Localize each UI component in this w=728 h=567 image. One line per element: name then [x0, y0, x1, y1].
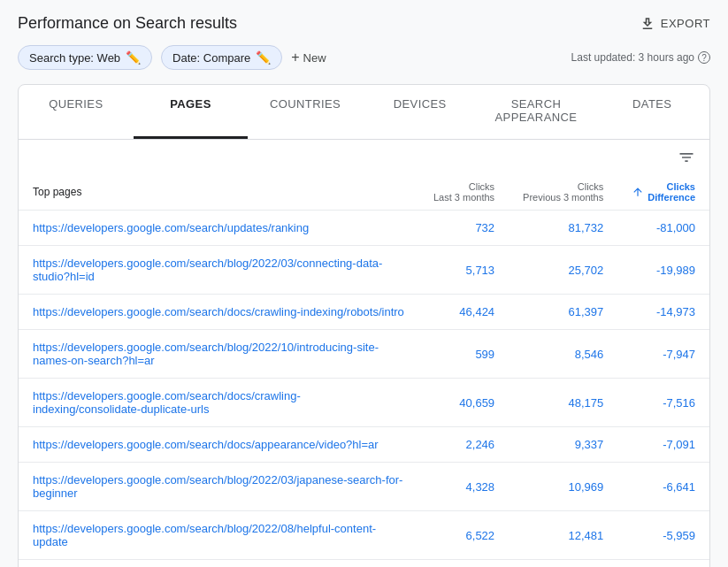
search-type-label: Search type: Web — [29, 51, 120, 65]
col-clicks-last: Clicks Last 3 months — [419, 174, 509, 211]
clicks-prev-cell: 8,546 — [509, 330, 617, 379]
table-row: https://developers.google.com/search/doc… — [19, 379, 709, 427]
url-link[interactable]: https://developers.google.com/search/blo… — [33, 473, 402, 500]
url-link[interactable]: https://developers.google.com/search/doc… — [33, 438, 379, 451]
table-row: https://developers.google.com/search/blo… — [19, 511, 709, 560]
clicks-diff-cell: -19,989 — [617, 246, 709, 295]
clicks-last-cell: 599 — [419, 330, 509, 379]
clicks-diff-cell: -6,641 — [617, 463, 709, 511]
url-link[interactable]: https://developers.google.com/search/doc… — [33, 389, 301, 416]
export-label: EXPORT — [661, 17, 710, 30]
date-edit-icon: ✏️ — [256, 50, 271, 65]
clicks-prev-cell: 81,732 — [509, 211, 617, 246]
table-filter-button[interactable] — [678, 149, 695, 171]
date-filter[interactable]: Date: Compare ✏️ — [161, 45, 282, 70]
tab-queries[interactable]: QUERIES — [19, 85, 134, 139]
tab-dates[interactable]: DATES — [594, 85, 709, 139]
url-link[interactable]: https://developers.google.com/search/upd… — [33, 221, 309, 234]
new-filter-button[interactable]: + New — [291, 50, 326, 65]
url-cell: https://developers.google.com/search/blo… — [19, 246, 419, 295]
clicks-prev-cell: 61,397 — [509, 295, 617, 330]
clicks-diff-cell: -7,947 — [617, 330, 709, 379]
url-cell: https://developers.google.com/search/doc… — [19, 295, 419, 330]
url-cell: https://developers.google.com/search/upd… — [19, 211, 419, 246]
page-title: Performance on Search results — [18, 14, 237, 33]
clicks-diff-cell: -7,516 — [617, 379, 709, 427]
url-cell: https://developers.google.com/search/doc… — [19, 379, 419, 427]
clicks-last-cell: 40,659 — [419, 379, 509, 427]
clicks-last-cell: 31,351 — [419, 560, 509, 568]
clicks-diff-cell: -5,952 — [617, 560, 709, 568]
tab-search-appearance[interactable]: SEARCH APPEARANCE — [478, 85, 595, 139]
col-clicks-diff: ClicksDifference — [617, 174, 709, 211]
clicks-diff-cell: -5,959 — [617, 511, 709, 560]
filter-icon — [678, 149, 695, 166]
table-row: https://developers.google.com/search/blo… — [19, 330, 709, 379]
clicks-last-cell: 2,246 — [419, 427, 509, 463]
clicks-last-cell: 6,522 — [419, 511, 509, 560]
clicks-prev-cell: 9,337 — [509, 427, 617, 463]
clicks-last-cell: 732 — [419, 211, 509, 246]
clicks-prev-cell: 37,303 — [509, 560, 617, 568]
clicks-prev-cell: 48,175 — [509, 379, 617, 427]
clicks-last-cell: 5,713 — [419, 246, 509, 295]
url-cell: https://developers.google.com/search/blo… — [19, 330, 419, 379]
search-type-edit-icon: ✏️ — [126, 50, 141, 65]
clicks-prev-cell: 25,702 — [509, 246, 617, 295]
table-row: https://developers.google.com/search/blo… — [19, 246, 709, 295]
url-cell: https://developers.google.com/search/blo… — [19, 511, 419, 560]
search-type-filter[interactable]: Search type: Web ✏️ — [18, 45, 152, 70]
table-row: https://developers.google.com/search/doc… — [19, 560, 709, 568]
table-row: https://developers.google.com/search/upd… — [19, 211, 709, 246]
tab-countries[interactable]: COUNTRIES — [248, 85, 363, 139]
clicks-diff-cell: -7,091 — [617, 427, 709, 463]
download-icon — [640, 16, 655, 32]
tab-devices[interactable]: DEVICES — [363, 85, 478, 139]
url-cell: https://developers.google.com/search/blo… — [19, 463, 419, 511]
clicks-prev-cell: 10,969 — [509, 463, 617, 511]
url-link[interactable]: https://developers.google.com/search/doc… — [33, 305, 404, 318]
url-link[interactable]: https://developers.google.com/search/blo… — [33, 522, 376, 548]
url-cell: https://developers.google.com/search/doc… — [19, 427, 419, 463]
col-clicks-prev: Clicks Previous 3 months — [509, 174, 617, 211]
url-link[interactable]: https://developers.google.com/search/blo… — [33, 341, 379, 367]
table-row: https://developers.google.com/search/doc… — [19, 295, 709, 330]
table-row: https://developers.google.com/search/doc… — [19, 427, 709, 463]
main-card: QUERIES PAGES COUNTRIES DEVICES SEARCH A… — [18, 84, 710, 567]
info-icon[interactable]: ? — [698, 51, 710, 64]
sort-arrow-icon — [632, 186, 644, 198]
data-table: Top pages Clicks Last 3 months Clicks Pr… — [19, 174, 709, 567]
new-filter-label: New — [303, 51, 326, 65]
clicks-diff-cell: -81,000 — [617, 211, 709, 246]
clicks-last-cell: 4,328 — [419, 463, 509, 511]
plus-icon: + — [291, 50, 299, 65]
clicks-last-cell: 46,424 — [419, 295, 509, 330]
table-row: https://developers.google.com/search/blo… — [19, 463, 709, 511]
tabs-bar: QUERIES PAGES COUNTRIES DEVICES SEARCH A… — [19, 85, 709, 140]
clicks-diff-cell: -14,973 — [617, 295, 709, 330]
col-top-pages: Top pages — [19, 174, 419, 211]
date-label: Date: Compare — [172, 51, 250, 65]
export-button[interactable]: EXPORT — [640, 16, 710, 32]
url-cell: https://developers.google.com/search/doc… — [19, 560, 419, 568]
last-updated-text: Last updated: 3 hours ago — [571, 51, 694, 64]
url-link[interactable]: https://developers.google.com/search/blo… — [33, 257, 382, 283]
clicks-prev-cell: 12,481 — [509, 511, 617, 560]
tab-pages[interactable]: PAGES — [134, 85, 249, 139]
